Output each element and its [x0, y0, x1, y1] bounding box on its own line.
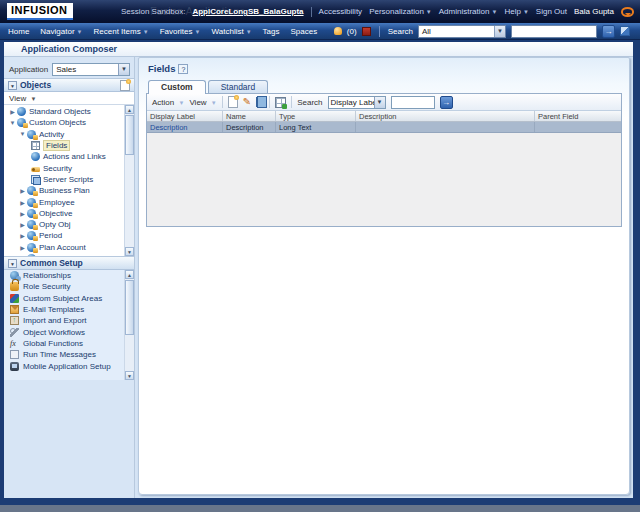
nav-navigator[interactable]: Navigator▼ — [40, 27, 82, 36]
common-item-role-security[interactable]: Role Security — [4, 281, 134, 292]
advanced-search-icon[interactable] — [620, 26, 630, 36]
personalization-menu[interactable]: Personalization▼ — [369, 7, 432, 16]
expand-icon[interactable]: ▶ — [18, 199, 27, 206]
column-header-name[interactable]: Name — [223, 111, 276, 121]
tree-scrollbar[interactable]: ▲ ▼ — [124, 105, 134, 256]
common-item-run-time-messages[interactable]: Run Time Messages — [4, 349, 134, 360]
nav-spaces[interactable]: Spaces — [291, 27, 318, 36]
tree-item-label: Objective — [39, 209, 72, 218]
scroll-up-icon[interactable]: ▲ — [125, 105, 134, 114]
chevron-down-icon: ▼ — [494, 26, 505, 37]
scrollbar-thumb[interactable] — [125, 280, 134, 335]
nav-favorites[interactable]: Favorites▼ — [160, 27, 201, 36]
chat-icon[interactable] — [621, 7, 634, 17]
view-menu[interactable]: View ▼ — [189, 98, 216, 107]
search-by-select[interactable]: Display Label▼ — [328, 96, 386, 109]
collapse-objects-icon[interactable]: ▼ — [8, 81, 17, 90]
actions-links-icon — [31, 152, 40, 161]
column-header-display-label[interactable]: Display Label — [147, 111, 223, 121]
search-label: Search — [388, 27, 413, 36]
expand-icon[interactable]: ▶ — [18, 255, 27, 256]
tree-item-server-scripts[interactable]: Server Scripts — [4, 174, 124, 185]
tree-item-plan-team[interactable]: ▶Plan Team — [4, 253, 124, 256]
common-item-global-functions[interactable]: Global Functions — [4, 338, 134, 349]
tree-item-opty-obj[interactable]: ▶Opty Obj — [4, 219, 124, 230]
collapse-icon[interactable]: ▼ — [18, 131, 27, 137]
column-header-type[interactable]: Type — [276, 111, 356, 121]
nav-tags[interactable]: Tags — [263, 27, 280, 36]
tree-view-menubar: View ▼ — [4, 92, 134, 105]
common-item-custom-subject-areas[interactable]: Custom Subject Areas — [4, 293, 134, 304]
table-search-go-button[interactable]: → — [440, 96, 453, 109]
tree-item-custom-objects[interactable]: ▼Custom Objects — [4, 117, 124, 128]
edit-pencil-icon[interactable]: ✎ — [243, 97, 251, 107]
application-label: Application — [9, 65, 48, 74]
notifications-bell-icon[interactable] — [334, 27, 342, 35]
column-header-description[interactable]: Description — [356, 111, 535, 121]
chevron-down-icon: ▼ — [195, 29, 201, 35]
create-field-icon[interactable] — [228, 96, 238, 108]
help-menu[interactable]: Help▼ — [504, 7, 528, 16]
custom-object-icon — [27, 220, 36, 229]
nav-home[interactable]: Home — [8, 27, 29, 36]
tree-item-plan-account[interactable]: ▶Plan Account — [4, 242, 124, 253]
nav-recent-items[interactable]: Recent Items▼ — [94, 27, 149, 36]
scrollbar-thumb[interactable] — [125, 115, 134, 155]
expand-icon[interactable]: ▶ — [18, 232, 27, 239]
tree-item-employee[interactable]: ▶Employee — [4, 196, 124, 207]
common-list-scrollbar[interactable]: ▲ ▼ — [124, 270, 134, 380]
tree-item-objective[interactable]: ▶Objective — [4, 208, 124, 219]
tree-item-standard-objects[interactable]: ▶Standard Objects — [4, 106, 124, 117]
cell-name: Description — [223, 122, 276, 132]
global-search-input[interactable] — [511, 25, 597, 38]
search-scope-select[interactable]: All▼ — [418, 25, 506, 38]
collapse-icon[interactable]: ▼ — [8, 120, 17, 126]
tree-item-fields[interactable]: Fields — [4, 140, 124, 151]
help-icon[interactable]: ? — [178, 64, 188, 74]
collapse-common-setup-icon[interactable]: ▼ — [8, 259, 17, 268]
tree-item-activity[interactable]: ▼Activity — [4, 129, 124, 140]
expand-icon[interactable]: ▶ — [18, 244, 27, 251]
common-item-import-export[interactable]: Import and Export — [4, 315, 134, 326]
tree-item-security[interactable]: Security — [4, 162, 124, 173]
cell-display-label-link[interactable]: Description — [147, 122, 223, 132]
function-fx-icon — [10, 339, 19, 348]
scroll-down-icon[interactable]: ▼ — [125, 247, 134, 256]
expand-icon[interactable]: ▶ — [18, 187, 27, 194]
column-header-parent-field[interactable]: Parent Field — [535, 111, 621, 121]
nav-watchlist[interactable]: Watchlist▼ — [212, 27, 252, 36]
tree-view-menu[interactable]: View ▼ — [9, 94, 36, 103]
action-menu[interactable]: Action ▼ — [152, 98, 184, 107]
table-toolbar: Action ▼ View ▼ ✎ Search Display Label▼ … — [147, 94, 621, 111]
new-object-icon[interactable] — [120, 80, 130, 91]
scroll-up-icon[interactable]: ▲ — [125, 270, 134, 279]
common-item-mobile-application-setup[interactable]: Mobile Application Setup — [4, 360, 134, 371]
expand-icon[interactable]: ▶ — [18, 210, 27, 217]
accessibility-link[interactable]: Accessibility — [319, 7, 363, 16]
application-select[interactable]: Sales▼ — [52, 63, 130, 76]
table-row[interactable]: Description Description Long Text — [147, 122, 621, 133]
search-go-button[interactable]: → — [602, 25, 615, 38]
administration-menu[interactable]: Administration▼ — [439, 7, 498, 16]
tree-item-period[interactable]: ▶Period — [4, 230, 124, 241]
common-item-email-templates[interactable]: E-Mail Templates — [4, 304, 134, 315]
standard-objects-icon — [17, 107, 26, 116]
tab-custom[interactable]: Custom — [148, 80, 206, 94]
tree-item-actions-and-links[interactable]: Actions and Links — [4, 151, 124, 162]
sandbox-link[interactable]: ApplCoreLongSB_BalaGupta — [192, 7, 303, 16]
tab-standard[interactable]: Standard — [208, 80, 269, 94]
common-item-label: Mobile Application Setup — [23, 362, 111, 371]
watchlist-label: Watchlist — [212, 27, 244, 36]
tree-item-business-plan[interactable]: ▶Business Plan — [4, 185, 124, 196]
calendar-icon[interactable] — [362, 27, 371, 36]
expand-icon[interactable]: ▶ — [8, 108, 17, 115]
help-label: Help — [504, 7, 520, 16]
table-search-input[interactable] — [391, 96, 435, 109]
common-item-relationships[interactable]: Relationships — [4, 270, 134, 281]
export-table-icon[interactable] — [275, 97, 286, 108]
duplicate-icon[interactable] — [256, 97, 264, 107]
expand-icon[interactable]: ▶ — [18, 221, 27, 228]
sign-out-link[interactable]: Sign Out — [536, 7, 567, 16]
common-item-object-workflows[interactable]: Object Workflows — [4, 326, 134, 337]
scroll-down-icon[interactable]: ▼ — [125, 371, 134, 380]
